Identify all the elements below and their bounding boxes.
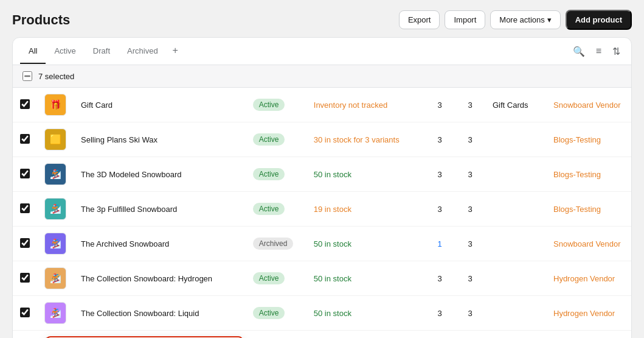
inventory-value: 19 in stock [314, 205, 351, 214]
import-button[interactable]: Import [445, 10, 485, 29]
num2-value: 3 [468, 239, 472, 248]
product-num2-cell: 3 [455, 227, 485, 261]
vendor-link[interactable]: Blogs-Testing [553, 135, 601, 144]
row-checkbox-cell [13, 227, 37, 261]
product-inventory-cell [306, 331, 424, 339]
more-actions-button[interactable]: More actions ▾ [490, 10, 560, 29]
product-image: 🟨 [44, 129, 66, 150]
product-status-cell: Active [246, 192, 306, 227]
page-header: Products Export Import More actions ▾ Ad… [0, 0, 644, 37]
row-checkbox[interactable] [20, 99, 30, 109]
product-name[interactable]: The 3p Fulfilled Snowboard [81, 205, 177, 214]
product-status-cell: Active [246, 261, 306, 296]
tab-active[interactable]: Active [46, 39, 84, 64]
table-row: 🏂 The Collection Snowboard: Liquid Activ… [13, 296, 631, 331]
table-row: 🏂 The Collection Snowboard: Hydrogen Act… [13, 261, 631, 296]
product-markets-cell: 3 [424, 261, 455, 296]
markets-value: 3 [437, 135, 441, 144]
product-name[interactable]: Selling Plans Ski Wax [81, 135, 158, 144]
table-row: 🏂 The 3D Modeled Snowboard Active 50 in … [13, 157, 631, 192]
row-checkbox[interactable] [20, 238, 30, 248]
selection-bar: 7 selected [13, 65, 631, 88]
num2-value: 3 [468, 170, 472, 179]
product-name[interactable]: The Collection Snowboard: Hydrogen [81, 274, 212, 283]
product-inventory-cell: 50 in stock [306, 227, 424, 261]
product-vendor-cell: Blogs-Testing [546, 192, 631, 227]
select-all-checkbox[interactable] [23, 71, 32, 81]
product-vendor-cell: Hydrogen Vendor [546, 331, 631, 339]
row-checkbox[interactable] [20, 308, 30, 317]
product-image: 🏂 [44, 267, 66, 289]
row-checkbox-cell [13, 192, 37, 227]
tab-archived[interactable]: Archived [119, 39, 167, 64]
product-name[interactable]: Gift Card [81, 100, 113, 110]
product-name[interactable]: The Collection Snowboard: Liquid [81, 309, 199, 318]
tab-actions: 🔍 ≡ ⇅ [569, 43, 624, 60]
vendor-link[interactable]: Hydrogen Vendor [553, 274, 615, 283]
product-vendor-cell: Hydrogen Vendor [546, 296, 631, 331]
product-markets-cell: 3 [424, 88, 455, 122]
status-badge: Active [253, 307, 285, 319]
tab-all[interactable]: All [20, 39, 46, 64]
product-num2-cell: 3 [455, 261, 485, 296]
status-badge: Active [253, 99, 285, 111]
row-checkbox[interactable] [20, 134, 30, 144]
product-status-cell: Active [246, 157, 306, 192]
product-vendor-cell: Blogs-Testing [546, 157, 631, 192]
product-num2-cell: 3 [455, 331, 485, 339]
product-vendor-cell: Snowboard Vendor [546, 88, 631, 122]
filter-button[interactable]: ≡ [592, 43, 605, 59]
product-name[interactable]: The 3D Modeled Snowboard [81, 170, 182, 179]
product-category-cell [485, 296, 546, 331]
export-button[interactable]: Export [399, 10, 440, 29]
product-image-cell: 🟨 [37, 122, 74, 157]
row-checkbox-cell [13, 261, 37, 296]
product-vendor-cell: Blogs-Testing [546, 122, 631, 157]
product-category-cell [485, 122, 546, 157]
search-button[interactable]: 🔍 [569, 43, 589, 60]
product-image-cell: 🏂 [37, 261, 74, 296]
product-inventory-cell: 50 in stock [306, 157, 424, 192]
product-status-cell: Acti... [246, 331, 306, 339]
product-category-cell: Gift Cards [485, 88, 546, 122]
product-num2-cell: 3 [455, 157, 485, 192]
row-checkbox[interactable] [20, 169, 30, 178]
row-checkbox-cell [13, 157, 37, 192]
category-value: Gift Cards [493, 100, 528, 110]
product-name-cell: The 3p Fulfilled Snowboard [74, 192, 246, 227]
product-name[interactable]: The Archived Snowboard [81, 239, 169, 248]
product-image: 🏂 [44, 163, 66, 185]
product-status-cell: Active [246, 88, 306, 122]
vendor-link[interactable]: Snowboard Vendor [553, 100, 621, 110]
product-category-cell [485, 261, 546, 296]
header-actions: Export Import More actions ▾ Add product [399, 10, 632, 30]
products-card: All Active Draft Archived + 🔍 ≡ ⇅ 7 sele… [12, 37, 632, 338]
add-product-button[interactable]: Add product [566, 10, 632, 30]
product-inventory-cell: Inventory not tracked [306, 88, 424, 122]
row-checkbox[interactable] [20, 273, 30, 283]
row-checkbox[interactable] [20, 203, 30, 213]
row-checkbox-cell [13, 122, 37, 157]
product-image-cell: 🏂 [37, 227, 74, 261]
table-row: 🎁 Gift Card Active Inventory not tracked… [13, 88, 631, 122]
inventory-value: 50 in stock [314, 239, 351, 248]
add-tab-button[interactable]: + [167, 38, 184, 65]
product-image-cell: 🎁 [37, 88, 74, 122]
product-name-cell: The Collection Snowboard: Hydrogen [74, 261, 246, 296]
table-row: 🏂 The Collection Snowboard: Oxygen Bulk … [13, 331, 631, 339]
page-title: Products [12, 12, 70, 28]
product-inventory-cell: 19 in stock [306, 192, 424, 227]
product-markets-cell: 3 [424, 192, 455, 227]
vendor-link[interactable]: Blogs-Testing [553, 170, 601, 179]
vendor-link[interactable]: Hydrogen Vendor [553, 309, 615, 318]
tab-draft[interactable]: Draft [85, 39, 119, 64]
sort-button[interactable]: ⇅ [609, 43, 624, 60]
product-image-cell: 🏂 [37, 192, 74, 227]
product-markets-cell: 3 [424, 296, 455, 331]
product-vendor-cell: Snowboard Vendor [546, 227, 631, 261]
markets-value: 3 [437, 100, 441, 110]
vendor-link[interactable]: Blogs-Testing [553, 205, 601, 214]
product-markets-cell: 1 [424, 227, 455, 261]
vendor-link[interactable]: Snowboard Vendor [553, 239, 621, 248]
table-row: 🏂 The 3p Fulfilled Snowboard Active 19 i… [13, 192, 631, 227]
